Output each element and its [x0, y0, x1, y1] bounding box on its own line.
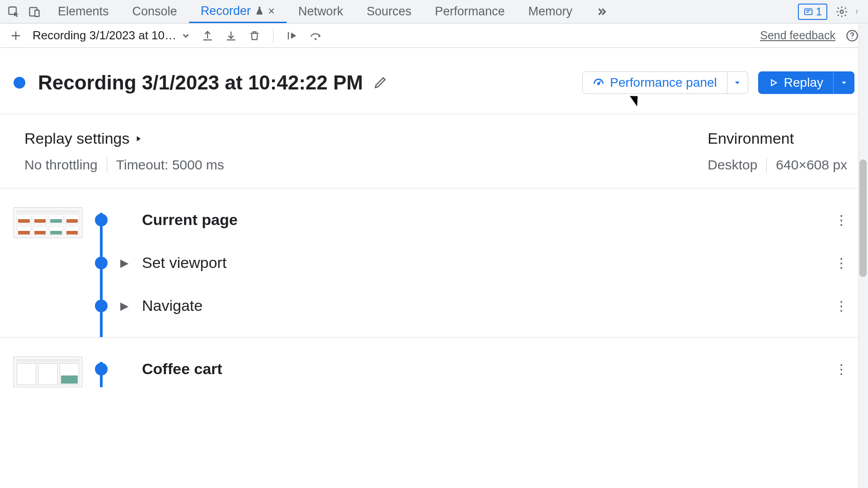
replay-label: Replay: [784, 75, 823, 90]
steps-list: Current page ⋮ ▶ Set viewport ⋮ ▶ Naviga…: [0, 188, 868, 392]
tab-console[interactable]: Console: [121, 0, 189, 23]
device-toggle-icon[interactable]: [28, 5, 41, 18]
svg-point-6: [856, 11, 857, 12]
replay-button[interactable]: Replay: [758, 71, 854, 94]
svg-point-10: [851, 38, 852, 38]
send-feedback-link[interactable]: Send feedback: [760, 29, 835, 42]
step-over-icon[interactable]: [309, 29, 322, 42]
scrollbar-thumb[interactable]: [859, 160, 867, 277]
gauge-icon: [593, 77, 604, 89]
gear-icon[interactable]: [835, 5, 848, 18]
chevron-down-icon: [181, 31, 191, 41]
step-navigate[interactable]: ▶ Navigate ⋮: [95, 293, 854, 318]
viewport-value: 640×608 px: [776, 157, 847, 173]
trash-icon[interactable]: [248, 29, 261, 42]
caret-right-icon[interactable]: ▶: [120, 300, 129, 312]
tab-label: Network: [298, 5, 343, 19]
issues-badge[interactable]: 1: [798, 4, 827, 20]
value-divider: [107, 157, 107, 173]
performance-panel-label: Performance panel: [610, 75, 717, 90]
throttling-value: No throttling: [24, 157, 98, 173]
timeline-node-icon: [95, 300, 108, 312]
performance-panel-main[interactable]: Performance panel: [583, 72, 727, 94]
svg-point-4: [840, 10, 844, 13]
tabstrip-leading: [0, 0, 46, 23]
inspect-icon[interactable]: [7, 5, 20, 18]
environment-heading: Environment: [708, 130, 847, 147]
pencil-icon[interactable]: [373, 75, 387, 90]
tab-elements[interactable]: Elements: [46, 0, 121, 23]
tab-label: Console: [132, 5, 177, 19]
value-divider: [766, 157, 767, 173]
tab-label: Performance: [435, 5, 505, 19]
settings-row: Replay settings No throttling Timeout: 5…: [0, 114, 868, 188]
step-title: Set viewport: [142, 254, 226, 272]
kebab-icon[interactable]: ⋮: [835, 298, 854, 314]
svg-point-11: [598, 83, 599, 84]
performance-panel-caret[interactable]: [727, 72, 748, 94]
tab-overflow[interactable]: [584, 0, 619, 23]
step-set-viewport[interactable]: ▶ Set viewport ⋮: [95, 250, 854, 293]
environment: Environment Desktop 640×608 px: [708, 130, 847, 173]
svg-rect-2: [35, 10, 39, 16]
replay-settings: Replay settings No throttling Timeout: 5…: [24, 130, 224, 173]
toolbar-divider: [273, 28, 274, 43]
replay-settings-values: No throttling Timeout: 5000 ms: [24, 157, 224, 173]
tab-performance[interactable]: Performance: [423, 0, 517, 23]
tab-label: Memory: [528, 5, 573, 19]
replay-settings-heading[interactable]: Replay settings: [24, 130, 224, 147]
svg-point-8: [315, 38, 316, 40]
recorder-toolbar: Recording 3/1/2023 at 10… Send feedback: [0, 23, 868, 48]
timeline-node-icon: [95, 363, 108, 375]
tab-memory[interactable]: Memory: [517, 0, 585, 23]
help-icon[interactable]: [845, 29, 859, 42]
tab-network[interactable]: Network: [287, 0, 355, 23]
status-dot-icon: [14, 77, 25, 89]
step-title: Current page: [142, 211, 238, 229]
replay-settings-label: Replay settings: [24, 130, 129, 147]
svg-point-7: [856, 12, 857, 13]
timeline-node-icon: [95, 214, 108, 226]
tab-sources[interactable]: Sources: [355, 0, 423, 23]
timeout-value: Timeout: 5000 ms: [116, 157, 224, 173]
caret-right-icon[interactable]: ▶: [120, 257, 129, 269]
cursor-icon: [633, 93, 642, 106]
environment-values: Desktop 640×608 px: [708, 157, 847, 173]
step-thumbnail[interactable]: [14, 207, 82, 238]
tab-recorder[interactable]: Recorder ×: [189, 0, 287, 23]
flask-icon: [255, 6, 264, 16]
devtools-tabstrip: Elements Console Recorder × Network Sour…: [0, 0, 868, 23]
replay-main[interactable]: Replay: [759, 72, 833, 94]
device-value: Desktop: [708, 157, 757, 173]
plus-icon[interactable]: [9, 29, 23, 42]
recording-header: Recording 3/1/2023 at 10:42:22 PM Perfor…: [0, 48, 868, 114]
issues-count: 1: [816, 5, 822, 18]
tab-label: Recorder: [201, 4, 251, 18]
kebab-icon[interactable]: [856, 5, 860, 18]
step-coffee-cart[interactable]: Coffee cart ⋮: [95, 357, 854, 381]
performance-panel-button[interactable]: Performance panel: [582, 71, 748, 94]
step-title: Coffee cart: [142, 360, 222, 378]
timeline: Current page ⋮ ▶ Set viewport ⋮ ▶ Naviga…: [95, 207, 854, 318]
chevron-double-right-icon: [596, 6, 608, 18]
close-icon[interactable]: ×: [268, 4, 275, 18]
recording-selector-label: Recording 3/1/2023 at 10…: [33, 28, 176, 42]
tabstrip-trailing: 1: [798, 0, 868, 23]
send-feedback-label: Send feedback: [760, 29, 835, 42]
recording-selector[interactable]: Recording 3/1/2023 at 10…: [33, 28, 191, 42]
step-group: Coffee cart ⋮: [0, 338, 868, 392]
kebab-icon[interactable]: ⋮: [835, 212, 854, 228]
scrollbar-track[interactable]: [858, 24, 868, 488]
panel-tabs: Elements Console Recorder × Network Sour…: [46, 0, 619, 23]
kebab-icon[interactable]: ⋮: [835, 361, 854, 377]
kebab-icon[interactable]: ⋮: [835, 255, 854, 271]
tab-label: Sources: [367, 5, 411, 19]
environment-label: Environment: [708, 130, 794, 147]
download-icon[interactable]: [224, 29, 238, 42]
step-current-page[interactable]: Current page ⋮: [95, 207, 854, 250]
replay-caret[interactable]: [833, 72, 854, 94]
export-up-icon[interactable]: [201, 29, 214, 42]
svg-point-5: [856, 10, 857, 11]
step-play-icon[interactable]: [285, 29, 299, 42]
step-thumbnail[interactable]: [14, 357, 82, 387]
